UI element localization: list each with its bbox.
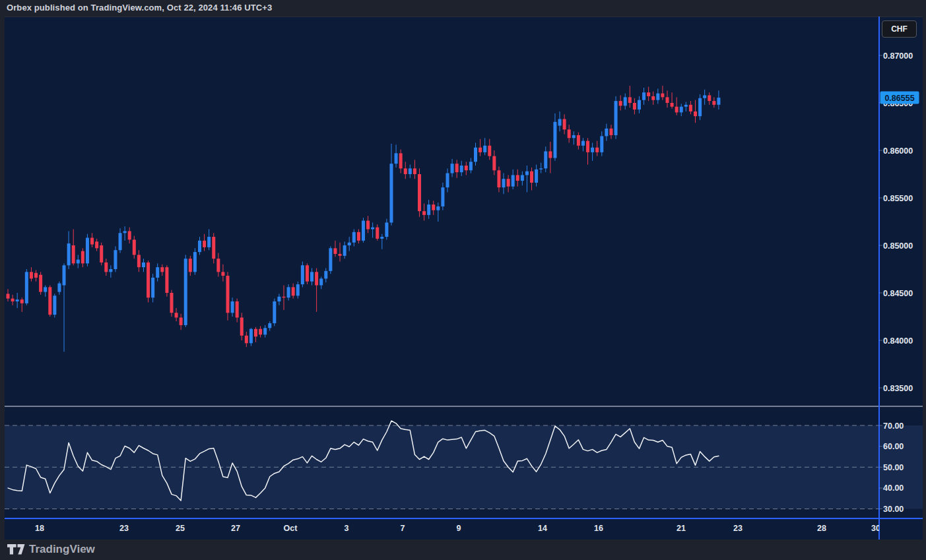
- candle-body: [698, 98, 702, 116]
- rsi-axis-label: 70.00: [883, 421, 904, 431]
- candle-body: [90, 237, 94, 244]
- candle-body: [315, 272, 318, 285]
- rsi-axis-label: 60.00: [883, 442, 904, 451]
- candle-body: [436, 206, 440, 210]
- candle-body: [548, 151, 552, 158]
- candle-body: [231, 301, 234, 313]
- candle-body: [160, 267, 164, 272]
- candle-body: [282, 297, 286, 297]
- rsi-axis-label: 30.00: [883, 505, 904, 514]
- candle-body: [675, 107, 678, 113]
- candle-body: [263, 328, 267, 334]
- candle-body: [86, 237, 89, 263]
- candle-body: [712, 101, 715, 105]
- candle-body: [184, 259, 187, 325]
- candle-body: [151, 278, 154, 297]
- candle-body: [104, 263, 108, 272]
- candle-body: [216, 259, 220, 272]
- candle-body: [198, 241, 201, 252]
- candle-body: [292, 287, 295, 296]
- candle-body: [259, 329, 262, 335]
- publish-caption: Orbex published on TradingView.com, Oct …: [7, 3, 272, 13]
- candle-body: [357, 232, 360, 241]
- candle-body: [633, 103, 636, 109]
- time-axis-label: 9: [457, 524, 461, 533]
- candle-body: [193, 252, 197, 272]
- time-axis-label: 16: [594, 524, 603, 533]
- candle-body: [507, 179, 510, 187]
- candle-body: [339, 254, 342, 256]
- candle-body: [427, 204, 430, 215]
- candle-body: [128, 231, 131, 239]
- candle-body: [100, 245, 103, 263]
- candle-body: [34, 273, 38, 278]
- candle-body: [226, 276, 229, 313]
- price-axis-label: 0.84500: [883, 289, 913, 298]
- candle-body: [502, 179, 506, 187]
- candle-body: [497, 170, 500, 187]
- currency-button[interactable]: CHF: [882, 20, 917, 38]
- candle-body: [240, 317, 244, 335]
- candle-body: [642, 92, 645, 100]
- candle-body: [451, 164, 454, 173]
- candle-body: [535, 170, 538, 183]
- tradingview-chart-window: Orbex published on TradingView.com, Oct …: [0, 0, 926, 560]
- candle-body: [156, 267, 159, 278]
- rsi-axis-label: 40.00: [883, 483, 904, 493]
- candle-body: [245, 336, 248, 344]
- candle-body: [273, 301, 276, 323]
- rsi-axis-label: 50.00: [883, 463, 904, 472]
- candle-body: [530, 171, 533, 183]
- candle-body: [469, 162, 473, 170]
- candle-body: [39, 275, 42, 292]
- candle-body: [268, 323, 271, 328]
- candle-body: [380, 237, 383, 239]
- candle-body: [175, 313, 178, 317]
- candle-body: [212, 237, 215, 259]
- candle-body: [521, 175, 524, 181]
- candle-body: [661, 94, 664, 98]
- price-axis-label: 0.87000: [883, 51, 913, 61]
- candle-body: [254, 329, 257, 337]
- candle-body: [689, 105, 692, 111]
- candle-body: [446, 173, 449, 188]
- candle-body: [362, 221, 365, 241]
- candle-body: [516, 175, 519, 181]
- candle-body: [123, 231, 127, 233]
- candle-body: [189, 259, 192, 272]
- candle-body: [624, 97, 627, 106]
- time-axis-label: 23: [733, 524, 743, 533]
- candle-body: [572, 135, 576, 138]
- candle-body: [432, 204, 435, 210]
- candle-body: [207, 237, 211, 247]
- candle-body: [512, 175, 515, 186]
- candle-body: [287, 287, 290, 297]
- candle-body: [563, 119, 566, 129]
- candle-body: [389, 164, 393, 222]
- price-axis-label: 0.84000: [883, 336, 913, 346]
- candle-body: [488, 146, 491, 156]
- time-axis-label: 7: [401, 524, 405, 533]
- candle-body: [638, 100, 641, 109]
- candle-body: [441, 187, 444, 206]
- candle-body: [63, 265, 66, 285]
- time-axis-label: 27: [231, 524, 240, 533]
- currency-button-label: CHF: [891, 24, 908, 34]
- tradingview-logo-icon[interactable]: [7, 544, 26, 557]
- price-axis-label: 0.85500: [883, 194, 913, 203]
- chart-area[interactable]: 0.870000.865000.860000.855000.850000.845…: [0, 16, 926, 540]
- candle-body: [53, 296, 56, 315]
- tradingview-brand[interactable]: TradingView: [29, 543, 95, 556]
- candle-body: [114, 250, 117, 269]
- time-axis-label: 30: [871, 524, 880, 533]
- candle-body: [11, 299, 15, 301]
- candle-body: [329, 248, 332, 271]
- candle-body: [72, 245, 75, 263]
- candle-body: [474, 148, 477, 162]
- candle-body: [376, 228, 379, 239]
- candle-body: [137, 255, 141, 267]
- candle-body: [568, 129, 571, 138]
- candle-body: [418, 174, 421, 211]
- chart-canvas[interactable]: 0.870000.865000.860000.855000.850000.845…: [0, 16, 926, 540]
- candle-body: [708, 95, 711, 101]
